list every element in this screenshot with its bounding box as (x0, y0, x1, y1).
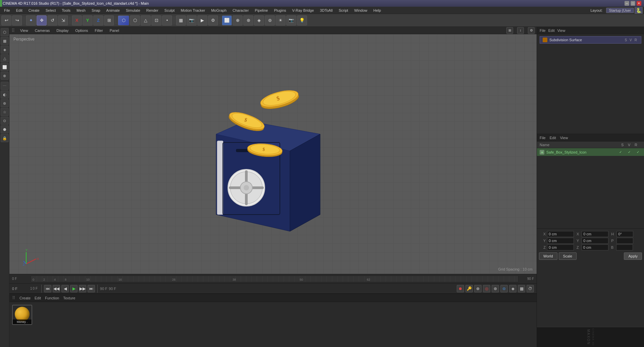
maximize-button[interactable]: □ (631, 1, 635, 6)
edge-mode-button[interactable]: ⊡ (151, 15, 161, 25)
menu-sculpt[interactable]: Sculpt (162, 8, 178, 13)
polygon-mode-button[interactable]: △ (141, 15, 151, 25)
bottom-menu-texture[interactable]: Texture (63, 296, 75, 300)
obj-header-edit[interactable]: Edit (550, 136, 556, 140)
camera-icon-button[interactable]: 📷 (286, 15, 296, 25)
viewport-menu-display[interactable]: Display (55, 28, 70, 33)
goto-end-button[interactable]: ⏭ (88, 285, 95, 292)
viewport-menu-view[interactable]: View (19, 28, 30, 33)
play-icon-3[interactable]: ⊛ (492, 285, 499, 292)
left-btn-edge[interactable]: ⊕ (1, 72, 9, 80)
menu-pipeline[interactable]: Pipeline (252, 8, 270, 13)
menu-3dtoall[interactable]: 3DToAll (317, 8, 335, 13)
prop-y-input[interactable] (547, 238, 574, 244)
next-frame-button[interactable]: ▶▶ (79, 285, 86, 292)
viewport-3d[interactable]: Perspective Grid Spacing : 10 cm (9, 34, 537, 274)
left-btn-spline[interactable]: ⋯ (1, 82, 9, 90)
left-btn-select[interactable]: ⬡ (1, 28, 9, 36)
object-list-item-safe[interactable]: ◈ Safe_Box_Stylized_Icon ✓ ✓ ✓ (537, 148, 644, 156)
viewport-icon-settings[interactable]: ⚙ (528, 27, 535, 34)
viewport-handle[interactable]: ⠿ (11, 28, 15, 33)
interactive-render-button[interactable]: ▶ (197, 15, 207, 25)
obj-header-view[interactable]: View (560, 136, 568, 140)
menu-edit[interactable]: Edit (13, 8, 25, 13)
play-icon-2[interactable]: ◎ (483, 285, 490, 292)
y-axis-button[interactable]: Y (83, 15, 93, 25)
left-btn-scale[interactable]: △ (1, 54, 9, 62)
left-btn-move[interactable]: ▦ (1, 37, 9, 45)
close-button[interactable]: ✕ (637, 1, 641, 6)
left-btn-camera[interactable]: ☆ (1, 108, 9, 116)
render-region-button[interactable]: ▦ (176, 15, 186, 25)
right-view-menu[interactable]: View (557, 28, 565, 33)
viewport-menu-panel[interactable]: Panel (108, 28, 120, 33)
effector-icon-button[interactable]: ◈ (254, 15, 264, 25)
scale-button[interactable]: ⇲ (58, 15, 68, 25)
menu-simulate[interactable]: Simulate (123, 8, 143, 13)
scene-mode-button[interactable]: ⬡ (130, 15, 140, 25)
deformer-icon-button[interactable]: ⊛ (243, 15, 253, 25)
autokey-button[interactable]: 🔑 (465, 285, 473, 292)
menu-mograph[interactable]: MoGraph (208, 8, 229, 13)
menu-file[interactable]: File (1, 8, 13, 13)
bottom-menu-create[interactable]: Create (19, 296, 31, 300)
prop-z-input[interactable] (547, 244, 574, 250)
menu-tools[interactable]: Tools (59, 8, 73, 13)
goto-start-button[interactable]: ⏮ (44, 285, 51, 292)
undo-button[interactable]: ↩ (1, 15, 11, 25)
cube-icon-button[interactable]: ⬜ (222, 15, 232, 25)
field-icon-button[interactable]: ⊜ (265, 15, 275, 25)
play-button[interactable]: ▶ (70, 285, 78, 292)
viewport-menu-cameras[interactable]: Cameras (34, 28, 51, 33)
right-file-menu[interactable]: File (540, 28, 546, 33)
viewport-icon-layout[interactable]: ⊞ (506, 27, 513, 34)
menu-character[interactable]: Character (230, 8, 251, 13)
menu-select[interactable]: Select (43, 8, 59, 13)
record-button[interactable]: ⏺ (457, 285, 464, 292)
menu-animate[interactable]: Animate (104, 8, 122, 13)
vertex-mode-button[interactable]: • (162, 15, 172, 25)
viewport-menu-options[interactable]: Options (74, 28, 89, 33)
sphere-icon-button[interactable]: ⊕ (233, 15, 243, 25)
menu-window[interactable]: Window (351, 8, 370, 13)
menu-layout-value[interactable]: Startup (User (606, 8, 634, 13)
viewport-menu-filter[interactable]: Filter (93, 28, 104, 33)
prop-p-input[interactable] (616, 238, 633, 244)
menu-snap[interactable]: Snap (89, 8, 103, 13)
prop-b-input[interactable] (616, 244, 633, 250)
viewport-icon-pan[interactable]: ↕ (517, 27, 524, 34)
menu-render[interactable]: Render (144, 8, 161, 13)
rotate-button[interactable]: ↺ (47, 15, 57, 25)
z-axis-button[interactable]: Z (93, 15, 103, 25)
world-button[interactable]: World (539, 252, 557, 260)
menu-mesh[interactable]: Mesh (74, 8, 88, 13)
coord-button[interactable]: ⊞ (104, 15, 114, 25)
play-reverse-button[interactable]: ◀ (61, 285, 69, 292)
play-icon-7[interactable]: ⏱ (527, 285, 534, 292)
right-edit-menu[interactable]: Edit (548, 28, 555, 33)
menu-help[interactable]: Help (371, 8, 384, 13)
left-btn-light[interactable]: ⊙ (1, 117, 9, 125)
render-settings-button[interactable]: ⚙ (208, 15, 218, 25)
play-icon-4[interactable]: ⊜ (500, 285, 508, 292)
python-icon[interactable]: 🐍 (635, 7, 643, 14)
play-icon-6[interactable]: ▦ (518, 285, 525, 292)
menu-create[interactable]: Create (26, 8, 42, 13)
prop-z2-input[interactable] (582, 244, 608, 250)
apply-button[interactable]: Apply (624, 252, 642, 260)
object-mode-button[interactable]: ⬡ (118, 15, 129, 25)
timeline-ruler[interactable]: 0 2 4 8 10 16 26 38 50 62 (31, 276, 518, 282)
prop-y2-input[interactable] (582, 238, 608, 244)
obj-header-file[interactable]: File (540, 136, 546, 140)
prop-x-input[interactable] (547, 231, 574, 237)
menu-motion-tracker[interactable]: Motion Tracker (178, 8, 208, 13)
bottom-menu-function[interactable]: Function (45, 296, 59, 300)
light-icon-button[interactable]: ☀ (276, 15, 286, 25)
menu-script[interactable]: Script (336, 8, 351, 13)
material-money[interactable]: Money . (12, 305, 32, 325)
left-btn-nurbs[interactable]: ◐ (1, 91, 9, 99)
prev-frame-button[interactable]: ◀◀ (53, 285, 60, 292)
left-btn-poly[interactable]: ⬜ (1, 63, 9, 71)
play-icon-1[interactable]: ⊕ (474, 285, 482, 292)
new-object-button[interactable]: ✦ (26, 15, 36, 25)
